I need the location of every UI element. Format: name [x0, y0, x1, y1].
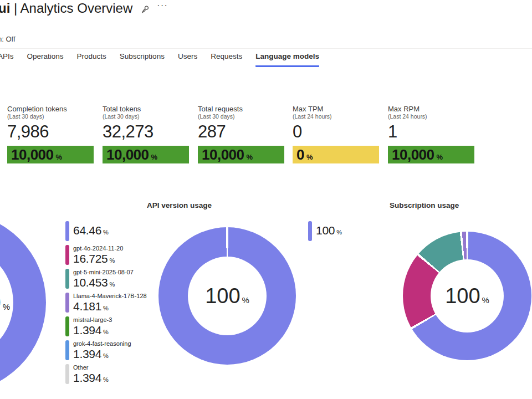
tab-requests[interactable]: Requests	[211, 52, 242, 65]
pin-icon[interactable]	[139, 4, 151, 16]
legend-item: mistral-large-3 1.394%	[65, 316, 112, 337]
api-version-usage-donut[interactable]: 100 %	[158, 227, 296, 365]
analytics-overview-page: ui | Analytics Overview ··· n: Off APIs …	[0, 0, 532, 399]
model-usage-donut[interactable]: 100 %	[0, 213, 46, 392]
legend-item: 64.46%	[65, 221, 109, 241]
kpi-label: Total tokens	[103, 105, 189, 113]
legend-color-chip	[65, 316, 69, 336]
legend-item: gpt-5-mini-2025-08-07 10.453%	[65, 269, 134, 289]
page-title: ui | Analytics Overview	[0, 1, 132, 16]
legend-color-chip	[65, 340, 69, 360]
kpi-percent-bar: 0 %	[293, 146, 379, 163]
kpi-percent-bar: 10,000 %	[7, 146, 94, 163]
kpi-sublabel: (Last 24 hours)	[293, 113, 379, 120]
kpi-percent-bar: 10,000 %	[388, 146, 474, 163]
tab-operations[interactable]: Operations	[27, 52, 64, 65]
legend-color-chip	[65, 269, 69, 289]
legend-item: gpt-4o-2024-11-20 16.725%	[65, 245, 123, 265]
kpi-value: 0	[293, 122, 302, 142]
kpi-value: 1	[388, 122, 397, 142]
legend-color-chip	[65, 221, 69, 241]
donut-center-label: 100 %	[0, 213, 46, 392]
legend-item: 100%	[308, 221, 342, 241]
more-options-button[interactable]: ···	[157, 0, 168, 11]
tab-users[interactable]: Users	[178, 52, 197, 65]
kpi-max-tpm: Max TPM (Last 24 hours) 0 0 %	[293, 105, 379, 166]
tab-apis[interactable]: APIs	[0, 52, 14, 65]
subscription-usage-title: Subscription usage	[390, 201, 459, 209]
page-title-rest: | Analytics Overview	[14, 1, 132, 16]
kpi-total-requests: Total requests (Last 30 days) 287 10,000…	[198, 105, 284, 166]
kpi-value: 287	[198, 122, 226, 142]
kpi-label: Max RPM	[388, 105, 474, 113]
kpi-sublabel: (Last 30 days)	[7, 113, 94, 120]
kpi-completion-tokens: Completion tokens (Last 30 days) 7,986 1…	[7, 105, 94, 166]
header-divider	[0, 48, 532, 49]
legend-color-chip	[65, 293, 69, 313]
kpi-label: Total requests	[198, 105, 284, 113]
kpi-sublabel: (Last 30 days)	[103, 113, 189, 120]
api-version-usage-title: API version usage	[147, 201, 212, 209]
donut-center-label: 100 %	[158, 227, 296, 365]
tab-products[interactable]: Products	[77, 52, 106, 65]
legend-color-chip	[65, 245, 69, 265]
kpi-label: Completion tokens	[7, 105, 94, 113]
kpi-value: 7,986	[7, 122, 49, 142]
legend-color-chip	[308, 221, 312, 241]
legend-item: Other 1.394%	[65, 364, 109, 385]
kpi-total-tokens: Total tokens (Last 30 days) 32,273 10,00…	[103, 105, 189, 166]
legend-color-chip	[65, 364, 69, 384]
status-text: n: Off	[0, 35, 16, 43]
kpi-max-rpm: Max RPM (Last 24 hours) 1 10,000 %	[388, 105, 474, 166]
kpi-label: Max TPM	[293, 105, 379, 113]
page-title-prefix: ui	[0, 1, 10, 16]
analytics-tabs: APIs Operations Products Subscriptions U…	[0, 52, 319, 67]
kpi-percent-bar: 10,000 %	[198, 146, 284, 163]
tab-subscriptions[interactable]: Subscriptions	[120, 52, 165, 65]
legend-item: grok-4-fast-reasoning 1.394%	[65, 340, 131, 361]
kpi-value: 32,273	[103, 122, 154, 142]
kpi-sublabel: (Last 30 days)	[198, 113, 284, 120]
donut-center-label: 100 %	[403, 232, 531, 360]
legend-item: Llama-4-Maverick-17B-128 4.181%	[65, 293, 147, 313]
tab-language-models[interactable]: Language models	[255, 52, 319, 67]
subscription-usage-donut[interactable]: 100 %	[403, 232, 531, 360]
kpi-sublabel: (Last 24 hours)	[388, 113, 474, 120]
kpi-percent-bar: 10,000 %	[103, 146, 189, 163]
